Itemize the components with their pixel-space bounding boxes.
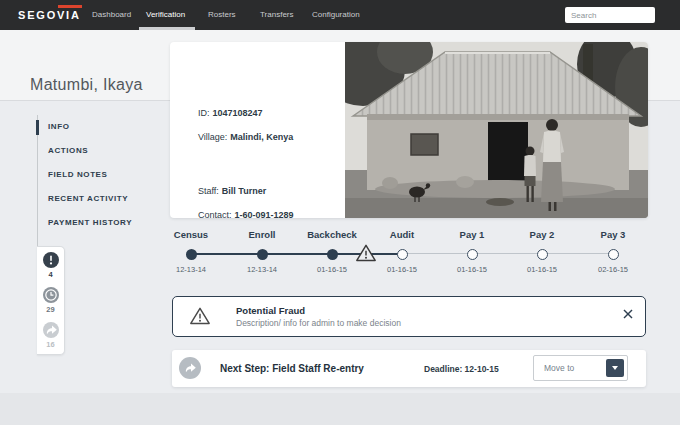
forward-arrow-icon — [43, 322, 59, 338]
active-tab-underline — [139, 27, 195, 30]
timeline-label-pay1: Pay 1 — [432, 229, 512, 240]
sidebar-item-actions[interactable]: ACTIONS — [48, 146, 88, 158]
close-icon[interactable] — [623, 305, 633, 315]
timeline-label-backcheck: Backcheck — [292, 229, 372, 240]
sidebar-item-recent-activity[interactable]: RECENT ACTIVITY — [48, 194, 128, 206]
timeline-dot-backcheck[interactable] — [327, 249, 338, 260]
page-footer-strip — [0, 393, 680, 425]
field-village-value: Malindi, Kenya — [230, 132, 293, 142]
timeline-date-pay2: 01-16-15 — [502, 265, 582, 274]
field-staff: Staff:Bill Turner — [198, 186, 266, 198]
field-staff-label: Staff: — [198, 186, 219, 196]
fraud-alert: Potential Fraud Description/ info for ad… — [172, 296, 646, 337]
timeline-dot-enroll[interactable] — [257, 249, 268, 260]
photo-window — [411, 134, 438, 155]
forwarded-count: 16 — [37, 340, 64, 349]
next-step-arrow-icon — [179, 357, 201, 379]
sidebar-item-field-notes[interactable]: FIELD NOTES — [48, 170, 108, 182]
exclamation-icon — [43, 252, 59, 268]
sidebar-item-info[interactable]: INFO — [48, 122, 70, 134]
next-step-label: Next Step: Field Staff Re-entry — [220, 363, 364, 374]
timeline-label-census: Census — [151, 229, 231, 240]
segovia-logo[interactable]: SEGOVIA — [18, 9, 81, 21]
pending-count: 29 — [37, 305, 64, 314]
field-id-label: ID: — [198, 108, 210, 118]
nav-item-rosters[interactable]: Rosters — [208, 10, 236, 19]
nav-item-configuration[interactable]: Configuration — [312, 10, 360, 19]
timeline-dot-pay1[interactable] — [467, 249, 478, 260]
beneficiary-photo — [345, 42, 648, 218]
field-contact-value: 1-60-091-1289 — [235, 210, 294, 220]
timeline-date-pay3: 02-16-15 — [573, 265, 653, 274]
fraud-warning-triangle-icon — [189, 306, 211, 330]
timeline-date-enroll: 12-13-14 — [222, 265, 302, 274]
field-village: Village:Malindi, Kenya — [198, 132, 293, 144]
nav-item-verification[interactable]: Verification — [146, 10, 185, 19]
chevron-down-icon — [612, 366, 618, 370]
timeline-date-pay1: 01-16-15 — [432, 265, 512, 274]
field-id-value: 1047108247 — [213, 108, 263, 118]
search-input[interactable] — [565, 7, 655, 23]
timeline-dot-pay3[interactable] — [608, 249, 619, 260]
beneficiary-profile-card: ID:1047108247 Village:Malindi, Kenya Sta… — [170, 42, 648, 218]
warning-triangle-icon[interactable] — [355, 243, 377, 267]
forwarded-badge[interactable]: 16 — [37, 322, 64, 349]
timeline-dot-census[interactable] — [186, 249, 197, 260]
timeline-pending-line — [402, 253, 613, 254]
timeline-label-pay3: Pay 3 — [573, 229, 653, 240]
move-to-dropdown[interactable]: Move to — [533, 355, 628, 381]
nav-item-dashboard[interactable]: Dashboard — [92, 10, 131, 19]
alerts-count: 4 — [37, 270, 64, 279]
dropdown-button[interactable] — [606, 359, 624, 377]
timeline-dot-pay2[interactable] — [537, 249, 548, 260]
field-staff-value: Bill Turner — [222, 186, 266, 196]
field-village-label: Village: — [198, 132, 227, 142]
timeline-date-census: 12-13-14 — [151, 265, 231, 274]
alerts-badge[interactable]: 4 — [37, 252, 64, 279]
field-contact-label: Contact: — [198, 210, 232, 220]
fraud-alert-description: Description/ info for admin to make deci… — [236, 318, 401, 328]
sidebar-active-indicator — [36, 120, 39, 135]
sidebar-badge-card: 4 29 16 — [37, 246, 65, 355]
timeline-label-audit: Audit — [362, 229, 442, 240]
move-to-label: Move to — [544, 363, 574, 373]
nav-item-transfers[interactable]: Transfers — [260, 10, 294, 19]
logo-accent-bar — [58, 5, 82, 8]
timeline-label-pay2: Pay 2 — [502, 229, 582, 240]
field-contact: Contact:1-60-091-1289 — [198, 210, 294, 222]
clock-icon — [43, 287, 59, 303]
sidebar-item-payment-history[interactable]: PAYMENT HISTORY — [48, 218, 132, 230]
pending-badge[interactable]: 29 — [37, 287, 64, 314]
photo-doorway — [488, 122, 528, 184]
segovia-logo-text: SEGOVIA — [18, 9, 81, 21]
next-step-deadline: Deadline: 12-10-15 — [424, 364, 499, 374]
next-step-bar: Next Step: Field Staff Re-entry Deadline… — [172, 350, 646, 387]
page-title: Matumbi, Ikaya — [30, 76, 143, 94]
fraud-alert-title: Potential Fraud — [236, 305, 305, 316]
field-id: ID:1047108247 — [198, 108, 263, 120]
timeline-label-enroll: Enroll — [222, 229, 302, 240]
top-navbar: SEGOVIA Dashboard Verification Rosters T… — [0, 0, 680, 30]
photo-dark-patch — [486, 198, 514, 206]
timeline-dot-audit[interactable] — [397, 249, 408, 260]
